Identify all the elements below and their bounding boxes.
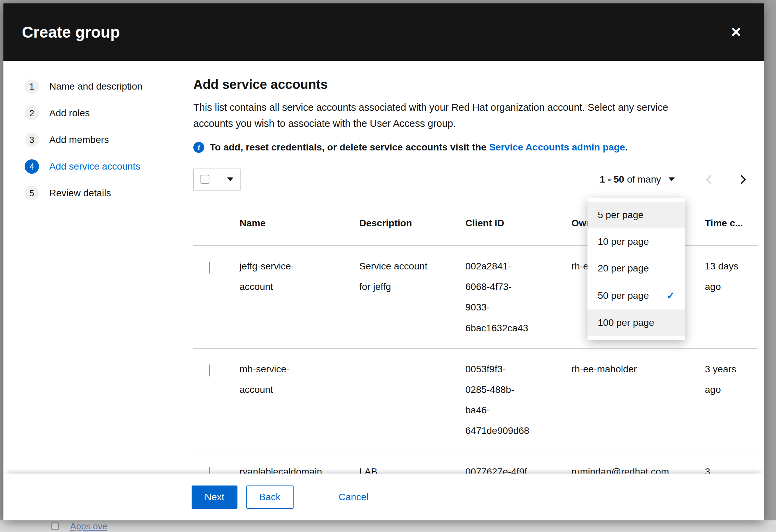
next-button[interactable]: Next bbox=[192, 486, 237, 509]
cell-owner: rh-ee-maholder bbox=[559, 349, 693, 451]
wizard-step-name-and-description[interactable]: 1 Name and description bbox=[3, 73, 176, 100]
step-number: 5 bbox=[25, 186, 39, 200]
modal-header: Create group ✕ bbox=[3, 3, 764, 61]
bulk-select-checkbox[interactable] bbox=[201, 175, 209, 184]
table-row: mh-service- account 0053f9f3- 0285-488b-… bbox=[193, 349, 758, 452]
info-icon: i bbox=[193, 142, 204, 153]
page-title: Add service accounts bbox=[193, 77, 759, 92]
background-link-fragment: Apps ove bbox=[70, 521, 107, 532]
cell-description: Service account for jeffg bbox=[347, 246, 453, 348]
step-label: Add roles bbox=[49, 108, 90, 119]
column-header-time-created: Time c... bbox=[693, 216, 758, 245]
menu-item-20-per-page[interactable]: 20 per page bbox=[587, 255, 685, 282]
row-checkbox[interactable] bbox=[209, 364, 210, 376]
back-button[interactable]: Back bbox=[246, 486, 294, 509]
per-page-toggle[interactable]: 1 - 50of many bbox=[600, 174, 675, 185]
check-icon: ✓ bbox=[667, 290, 675, 302]
background-checkbox bbox=[51, 522, 59, 530]
chevron-right-icon bbox=[737, 174, 749, 185]
wizard-step-review-details[interactable]: 5 Review details bbox=[3, 180, 176, 207]
wizard-footer: Next Back Cancel bbox=[3, 474, 764, 520]
per-page-menu: 5 per page 10 per page 20 per page 50 pe… bbox=[587, 198, 685, 340]
cell-client-id: 002a2841- 6068-4f73- 9033- 6bac1632ca43 bbox=[453, 246, 559, 348]
background-page-strip: Apps ove bbox=[0, 520, 776, 532]
wizard-step-add-members[interactable]: 3 Add members bbox=[3, 127, 176, 153]
table-toolbar: 1 - 50of many bbox=[193, 169, 759, 190]
step-label: Review details bbox=[49, 188, 111, 199]
caret-down-icon bbox=[669, 177, 675, 181]
step-number: 1 bbox=[25, 79, 39, 94]
pagination: 1 - 50of many bbox=[600, 174, 749, 185]
caret-down-icon bbox=[227, 177, 233, 181]
step-content: Add service accounts This list contains … bbox=[176, 61, 764, 520]
cell-name: jeffg-service- account bbox=[228, 246, 347, 348]
row-checkbox[interactable] bbox=[209, 262, 210, 274]
step-number: 4 bbox=[25, 159, 39, 174]
wizard-nav: 1 Name and description 2 Add roles 3 Add… bbox=[3, 61, 176, 520]
service-accounts-admin-page-link[interactable]: Service Accounts admin page bbox=[489, 142, 625, 152]
page-description: This list contains all service accounts … bbox=[193, 99, 759, 132]
menu-item-100-per-page[interactable]: 100 per page bbox=[587, 309, 685, 336]
step-number: 3 bbox=[25, 133, 39, 147]
header-checkbox-column bbox=[193, 216, 228, 245]
step-number: 2 bbox=[25, 106, 39, 120]
wizard-step-add-service-accounts[interactable]: 4 Add service accounts bbox=[3, 153, 176, 180]
next-page-button[interactable] bbox=[737, 174, 749, 185]
menu-item-10-per-page[interactable]: 10 per page bbox=[587, 228, 685, 255]
previous-page-button[interactable] bbox=[703, 174, 715, 185]
menu-item-50-per-page[interactable]: 50 per page ✓ bbox=[587, 282, 685, 309]
wizard-step-add-roles[interactable]: 2 Add roles bbox=[3, 100, 176, 127]
menu-item-5-per-page[interactable]: 5 per page bbox=[587, 202, 685, 228]
modal-body: 1 Name and description 2 Add roles 3 Add… bbox=[3, 61, 764, 520]
hint-text: To add, reset credentials, or delete ser… bbox=[210, 142, 628, 153]
create-group-modal: Create group ✕ 1 Name and description 2 … bbox=[3, 3, 764, 520]
step-label: Add service accounts bbox=[49, 161, 140, 172]
cell-time-created: 13 days ago bbox=[693, 246, 758, 348]
modal-title: Create group bbox=[22, 23, 120, 41]
step-label: Name and description bbox=[49, 81, 142, 92]
cell-description bbox=[347, 349, 453, 451]
column-header-client-id: Client ID bbox=[453, 216, 559, 245]
column-header-name: Name bbox=[228, 216, 347, 245]
cell-name: mh-service- account bbox=[228, 349, 347, 451]
cell-client-id: 0053f9f3- 0285-488b- ba46- 6471de909d68 bbox=[453, 349, 559, 451]
cancel-button[interactable]: Cancel bbox=[339, 486, 368, 509]
service-accounts-hint: i To add, reset credentials, or delete s… bbox=[193, 142, 759, 153]
bulk-select-toggle[interactable] bbox=[193, 169, 241, 190]
chevron-left-icon bbox=[703, 174, 715, 185]
close-icon[interactable]: ✕ bbox=[730, 25, 742, 39]
column-header-description: Description bbox=[347, 216, 453, 245]
step-label: Add members bbox=[49, 134, 109, 145]
pagination-range: 1 - 50of many bbox=[600, 174, 661, 185]
cell-time-created: 3 years ago bbox=[693, 349, 758, 451]
